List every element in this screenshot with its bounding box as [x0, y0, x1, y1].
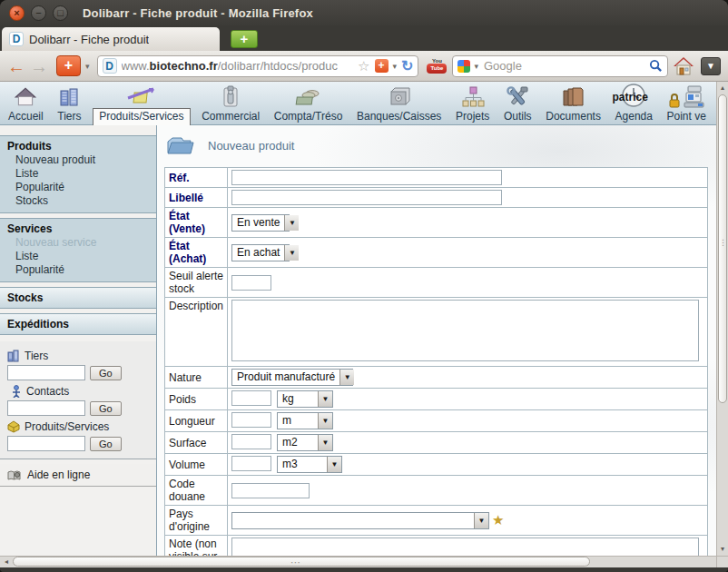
- libelle-input[interactable]: [231, 190, 502, 205]
- form-row-nature: Nature Produit manufacturé ▼: [165, 367, 708, 389]
- menu-item-accueil[interactable]: Accueil: [4, 83, 48, 124]
- menu-item-compta-treso[interactable]: Compta/Tréso: [270, 83, 348, 124]
- scrollbar-corner: [716, 557, 728, 567]
- menu-item-point-vente[interactable]: Point ve: [663, 83, 711, 124]
- field-label-etat-vente: État (Vente): [165, 208, 228, 238]
- plus-dropdown-caret-icon[interactable]: ▾: [85, 62, 90, 71]
- minimize-button[interactable]: −: [31, 5, 46, 21]
- tools-icon: [506, 84, 529, 109]
- tiers-search-input[interactable]: [7, 365, 85, 380]
- bookmark-star-icon[interactable]: ☆: [358, 58, 369, 74]
- surface-input[interactable]: [231, 434, 271, 449]
- poids-unit-select[interactable]: kg▼: [277, 390, 333, 408]
- back-button[interactable]: ←: [7, 57, 25, 75]
- products-go-button[interactable]: Go: [90, 437, 122, 451]
- scroll-left-arrow-icon[interactable]: ◂: [0, 557, 13, 567]
- vertical-scrollbar[interactable]: ▴ ⋮ ▾: [716, 82, 728, 556]
- search-box[interactable]: ▾: [452, 55, 668, 77]
- search-group-label: Tiers: [25, 350, 48, 362]
- page-title-text: Nouveau produit: [208, 139, 294, 153]
- etat-achat-select[interactable]: En achat ▼: [231, 244, 290, 261]
- url-plus-icon[interactable]: +: [375, 59, 389, 73]
- help-book-icon: [7, 469, 21, 481]
- contacts-go-button[interactable]: Go: [90, 401, 122, 416]
- menu-item-commercial[interactable]: Commercial: [197, 83, 264, 124]
- form-row-code-douane: Code douane: [165, 476, 708, 506]
- home-button[interactable]: [673, 56, 694, 76]
- search-engine-caret-icon[interactable]: ▾: [474, 62, 478, 71]
- download-button[interactable]: ▼: [701, 57, 721, 75]
- menu-block-stocks[interactable]: Stocks: [0, 287, 156, 309]
- note-textarea[interactable]: [231, 537, 699, 556]
- longueur-unit-select[interactable]: m▼: [277, 412, 333, 429]
- folders-icon: [561, 84, 586, 109]
- horizontal-scrollbar-thumb[interactable]: ⋯: [13, 557, 590, 567]
- etat-vente-select[interactable]: En vente ▼: [231, 214, 290, 232]
- url-dropdown-caret-icon[interactable]: ▾: [393, 62, 398, 71]
- forward-button[interactable]: →: [30, 57, 48, 75]
- online-help-label: Aide en ligne: [27, 468, 90, 481]
- menu-item-banques-caisses[interactable]: Banques/Caisses: [352, 83, 446, 124]
- sidebar-item-nouveau-produit[interactable]: Nouveau produit: [0, 153, 156, 167]
- seuil-input[interactable]: [231, 275, 271, 291]
- surface-unit-select[interactable]: m2▼: [277, 434, 333, 451]
- url-text[interactable]: www.biotechno.fr/dolibarr/htdocs/produc: [122, 59, 354, 73]
- scroll-down-arrow-icon[interactable]: ▾: [717, 543, 728, 556]
- ref-input[interactable]: [231, 170, 502, 185]
- tab-dolibarr[interactable]: D Dolibarr - Fiche produit: [2, 27, 220, 51]
- menu-block-expeditions[interactable]: Expéditions: [0, 313, 156, 335]
- menu-label: Outils: [501, 109, 535, 123]
- field-label-code-douane: Code douane: [165, 476, 228, 506]
- longueur-input[interactable]: [231, 412, 271, 428]
- window-title: Dolibarr - Fiche produit - Mozilla Firef…: [83, 6, 313, 20]
- volume-unit-select[interactable]: m3▼: [277, 456, 342, 473]
- clipboard-person-icon: [221, 84, 241, 109]
- menu-item-outils[interactable]: Outils: [499, 83, 536, 124]
- menu-item-agenda[interactable]: patrice Agenda: [611, 83, 657, 124]
- volume-input[interactable]: [231, 456, 271, 471]
- search-input[interactable]: [482, 58, 645, 74]
- poids-unit-value: kg: [278, 391, 318, 407]
- menu-section-title: Services: [0, 221, 156, 236]
- menu-item-projets[interactable]: Projets: [451, 83, 494, 124]
- sidebar-item-popularite-produits[interactable]: Popularité: [0, 181, 156, 194]
- pays-select[interactable]: ▼: [231, 512, 489, 529]
- menu-item-tiers[interactable]: Tiers: [53, 83, 85, 124]
- favorite-star-icon[interactable]: ★: [492, 512, 504, 528]
- maximize-button[interactable]: □: [53, 5, 68, 21]
- poids-input[interactable]: [231, 390, 271, 406]
- sidebar-item-popularite-services[interactable]: Popularité: [0, 263, 156, 277]
- nature-select[interactable]: Produit manufacturé ▼: [231, 369, 353, 386]
- youtube-box-label: Tube: [427, 64, 447, 74]
- youtube-icon[interactable]: You Tube: [426, 58, 448, 74]
- lock-icon: [668, 93, 681, 109]
- products-search-input[interactable]: [7, 436, 85, 451]
- vertical-scrollbar-thumb[interactable]: ⋮: [718, 94, 727, 403]
- code-douane-input[interactable]: [231, 483, 310, 498]
- refresh-icon[interactable]: ↻: [401, 57, 413, 74]
- tab-title: Dolibarr - Fiche produit: [29, 33, 149, 46]
- tiers-go-button[interactable]: Go: [90, 366, 122, 380]
- close-button[interactable]: ×: [9, 5, 25, 21]
- magnifier-icon[interactable]: [649, 59, 663, 73]
- select-caret-icon: ▼: [327, 457, 341, 472]
- sidebar-item-liste-services[interactable]: Liste: [0, 250, 156, 263]
- field-label-note: Note (non visible sur les factures,: [165, 536, 228, 557]
- new-tab-plus-button[interactable]: +: [56, 55, 81, 76]
- url-bar[interactable]: D www.biotechno.fr/dolibarr/htdocs/produ…: [97, 55, 419, 77]
- horizontal-scrollbar[interactable]: ◂ ⋯: [0, 556, 728, 567]
- online-help-link[interactable]: Aide en ligne: [0, 464, 156, 487]
- menu-item-documents[interactable]: Documents: [541, 83, 605, 124]
- sidebar-item-stocks[interactable]: Stocks: [0, 194, 156, 208]
- etat-achat-value: En achat: [232, 245, 284, 261]
- sidebar-item-liste-produits[interactable]: Liste: [0, 167, 156, 181]
- description-textarea[interactable]: [231, 300, 699, 361]
- search-group-label: Produits/Services: [25, 420, 109, 433]
- menu-label: Projets: [453, 109, 492, 123]
- form-row-note: Note (non visible sur les factures,: [165, 536, 708, 557]
- scroll-up-arrow-icon[interactable]: ▴: [717, 82, 728, 94]
- form-row-seuil: Seuil alerte stock: [165, 268, 708, 298]
- new-tab-button[interactable]: +: [231, 30, 258, 48]
- contacts-search-input[interactable]: [7, 400, 85, 416]
- menu-item-produits-services[interactable]: Produits/Services: [91, 82, 192, 124]
